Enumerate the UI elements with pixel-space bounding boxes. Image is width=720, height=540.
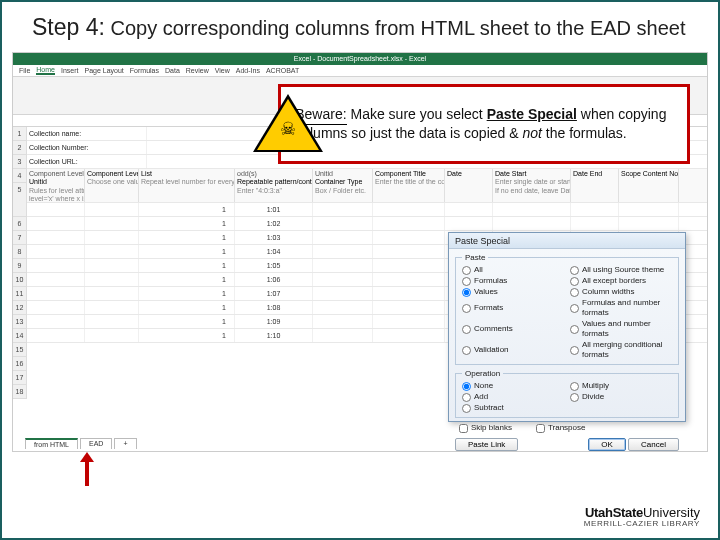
- ribbon-tab-acrobat[interactable]: ACROBAT: [266, 67, 299, 74]
- warning-callout: ☠ Beware: Make sure you select Paste Spe…: [278, 84, 690, 164]
- paste-opt[interactable]: Formats: [462, 298, 564, 318]
- paste-opt[interactable]: All except borders: [570, 276, 672, 286]
- hazard-sign-icon: ☠: [253, 94, 291, 154]
- operation-opt[interactable]: Subtract: [462, 403, 564, 413]
- table-row: 11:02: [27, 217, 707, 231]
- table-row: 11:01: [27, 203, 707, 217]
- warning-text: Beware: Make sure you select Paste Speci…: [295, 106, 687, 142]
- column-headers: Component LevelUnitidRules for level att…: [27, 169, 707, 203]
- step-number: Step 4:: [32, 14, 105, 40]
- red-arrow-icon: [82, 452, 92, 486]
- operation-legend: Operation: [462, 369, 503, 378]
- ribbon-tab-home[interactable]: Home: [36, 66, 55, 75]
- paste-opt[interactable]: Values and number formats: [570, 319, 672, 339]
- operation-opt[interactable]: None: [462, 381, 564, 391]
- column-header: odd(s)Repeatable pattern/content: "x:"En…: [235, 169, 313, 202]
- cancel-button[interactable]: Cancel: [628, 438, 679, 451]
- paste-opt[interactable]: Column widths: [570, 287, 672, 297]
- column-header: Scope Content Note: [619, 169, 679, 202]
- paste-opt[interactable]: All: [462, 265, 564, 275]
- collection-name-label: Collection name:: [27, 127, 147, 140]
- paste-special-dialog: Paste Special Paste AllAll using Source …: [448, 232, 686, 422]
- title-rest: Copy corresponding columns from HTML she…: [105, 17, 686, 39]
- paste-fieldset: Paste AllAll using Source themeFormulasA…: [455, 253, 679, 365]
- collection-number-label: Collection Number:: [27, 141, 147, 154]
- column-header: ListRepeat level number for every list l…: [139, 169, 235, 202]
- ribbon-tab-file[interactable]: File: [19, 67, 30, 74]
- operation-opt[interactable]: [570, 403, 672, 413]
- paste-opt[interactable]: Formulas and number formats: [570, 298, 672, 318]
- operation-opt[interactable]: Divide: [570, 392, 672, 402]
- excel-titlebar: Excel - DocumentSpreadsheet.xlsx - Excel: [13, 53, 707, 65]
- ribbon-tab-formulas[interactable]: Formulas: [130, 67, 159, 74]
- column-header: Date StartEnter single date or start dat…: [493, 169, 571, 202]
- column-header: Component LevelUnitidRules for level att…: [27, 169, 85, 202]
- sheet-tab[interactable]: EAD: [80, 438, 112, 449]
- ribbon-tabs: FileHomeInsertPage LayoutFormulasDataRev…: [13, 65, 707, 77]
- transpose-check[interactable]: Transpose: [536, 423, 586, 433]
- collection-url-label: Collection URL:: [27, 155, 147, 168]
- sheet-tab[interactable]: from HTML: [25, 438, 78, 449]
- paste-opt[interactable]: Comments: [462, 319, 564, 339]
- column-header: Component LevelChoose one value: yes, no…: [85, 169, 139, 202]
- slide-title: Step 4: Copy corresponding columns from …: [32, 14, 686, 41]
- ribbon-tab-view[interactable]: View: [215, 67, 230, 74]
- operation-opt[interactable]: Multiply: [570, 381, 672, 391]
- skip-blanks-check[interactable]: Skip blanks: [459, 423, 512, 433]
- operation-opt[interactable]: Add: [462, 392, 564, 402]
- paste-legend: Paste: [462, 253, 488, 262]
- paste-opt[interactable]: Formulas: [462, 276, 564, 286]
- ribbon-tab-pagelayout[interactable]: Page Layout: [84, 67, 123, 74]
- column-header: UnitidContainer TypeBox / Folder etc.: [313, 169, 373, 202]
- paste-link-button[interactable]: Paste Link: [455, 438, 518, 451]
- sheet-tabs: from HTMLEAD+: [25, 438, 137, 449]
- sheet-tab[interactable]: +: [114, 438, 136, 449]
- ribbon-tab-data[interactable]: Data: [165, 67, 180, 74]
- operation-fieldset: Operation NoneMultiplyAddDivideSubtract: [455, 369, 679, 418]
- row-number-gutter: 123456789101112131415161718: [13, 127, 27, 399]
- ribbon-tab-insert[interactable]: Insert: [61, 67, 79, 74]
- dialog-title: Paste Special: [449, 233, 685, 249]
- paste-opt[interactable]: All using Source theme: [570, 265, 672, 275]
- paste-opt[interactable]: Validation: [462, 340, 564, 360]
- paste-opt[interactable]: Values: [462, 287, 564, 297]
- ribbon-tab-add-ins[interactable]: Add-Ins: [236, 67, 260, 74]
- column-header: Component TitleEnter the title of the co…: [373, 169, 445, 202]
- column-header: Date End: [571, 169, 619, 202]
- column-header: Date: [445, 169, 493, 202]
- footer-logo: UtahStateUniversity MERRILL-CAZIER LIBRA…: [584, 506, 700, 528]
- paste-opt[interactable]: All merging conditional formats: [570, 340, 672, 360]
- ok-button[interactable]: OK: [588, 438, 626, 451]
- ribbon-tab-review[interactable]: Review: [186, 67, 209, 74]
